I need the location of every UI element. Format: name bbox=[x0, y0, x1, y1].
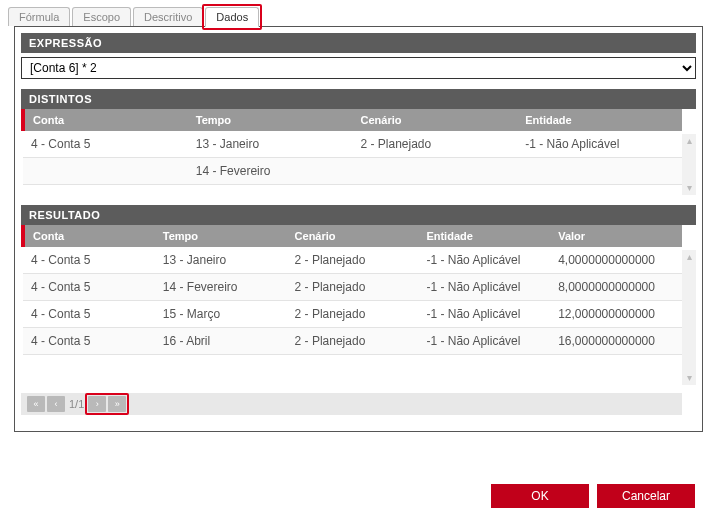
col-valor: Valor bbox=[550, 225, 682, 247]
cell: 2 - Planejado bbox=[287, 301, 419, 328]
scroll-down-icon[interactable]: ▾ bbox=[682, 181, 696, 195]
cell: 4 - Conta 5 bbox=[23, 274, 155, 301]
col-cenario: Cenário bbox=[287, 225, 419, 247]
tab-bar: Fórmula Escopo Descritivo Dados bbox=[0, 0, 717, 26]
cell: -1 - Não Aplicável bbox=[517, 131, 682, 158]
scroll-down-icon[interactable]: ▾ bbox=[682, 371, 696, 385]
cell bbox=[517, 158, 682, 185]
resultado-table: Conta Tempo Cenário Entidade Valor 4 - C… bbox=[21, 225, 682, 355]
cell: 13 - Janeiro bbox=[155, 247, 287, 274]
col-cenario: Cenário bbox=[353, 109, 518, 131]
cell: 16,000000000000 bbox=[550, 328, 682, 355]
pager-prev-button[interactable]: ‹ bbox=[47, 396, 65, 412]
cancel-button[interactable]: Cancelar bbox=[597, 484, 695, 508]
cell: 4 - Conta 5 bbox=[23, 301, 155, 328]
resultado-wrap: Conta Tempo Cenário Entidade Valor 4 - C… bbox=[21, 225, 696, 415]
footer: OK Cancelar bbox=[491, 484, 695, 508]
scroll-up-icon[interactable]: ▴ bbox=[682, 250, 696, 264]
tab-descritivo[interactable]: Descritivo bbox=[133, 7, 203, 26]
col-entidade: Entidade bbox=[418, 225, 550, 247]
col-conta: Conta bbox=[23, 109, 188, 131]
cell: 4,0000000000000 bbox=[550, 247, 682, 274]
distintos-table: Conta Tempo Cenário Entidade 4 - Conta 5… bbox=[21, 109, 682, 185]
cell: 8,0000000000000 bbox=[550, 274, 682, 301]
expressao-wrap: [Conta 6] * 2 bbox=[21, 57, 696, 79]
cell: -1 - Não Aplicável bbox=[418, 328, 550, 355]
distintos-scrollbar[interactable]: ▴ ▾ bbox=[682, 134, 696, 195]
col-tempo: Tempo bbox=[188, 109, 353, 131]
pager-first-button[interactable]: « bbox=[27, 396, 45, 412]
cell: -1 - Não Aplicável bbox=[418, 247, 550, 274]
col-conta: Conta bbox=[23, 225, 155, 247]
section-title-expressao: EXPRESSÃO bbox=[21, 33, 696, 53]
panel-dados: EXPRESSÃO [Conta 6] * 2 DISTINTOS Conta … bbox=[14, 26, 703, 432]
cell bbox=[23, 158, 188, 185]
cell: 15 - Março bbox=[155, 301, 287, 328]
cell: 2 - Planejado bbox=[287, 247, 419, 274]
section-title-resultado: RESULTADO bbox=[21, 205, 696, 225]
col-tempo: Tempo bbox=[155, 225, 287, 247]
cell: 16 - Abril bbox=[155, 328, 287, 355]
cell: 2 - Planejado bbox=[353, 131, 518, 158]
pager: « ‹ 1/1 › » bbox=[21, 393, 682, 415]
pager-info: 1/1 bbox=[69, 398, 84, 410]
pager-next-button[interactable]: › bbox=[88, 396, 106, 412]
cell: 13 - Janeiro bbox=[188, 131, 353, 158]
section-title-distintos: DISTINTOS bbox=[21, 89, 696, 109]
cell: -1 - Não Aplicável bbox=[418, 301, 550, 328]
distintos-wrap: Conta Tempo Cenário Entidade 4 - Conta 5… bbox=[21, 109, 696, 195]
tab-dados[interactable]: Dados bbox=[205, 7, 259, 27]
tab-escopo[interactable]: Escopo bbox=[72, 7, 131, 26]
cell: 2 - Planejado bbox=[287, 328, 419, 355]
cell: 4 - Conta 5 bbox=[23, 328, 155, 355]
cell: 2 - Planejado bbox=[287, 274, 419, 301]
scroll-up-icon[interactable]: ▴ bbox=[682, 134, 696, 148]
cell: 4 - Conta 5 bbox=[23, 131, 188, 158]
ok-button[interactable]: OK bbox=[491, 484, 589, 508]
resultado-scrollbar[interactable]: ▴ ▾ bbox=[682, 250, 696, 385]
cell: 12,000000000000 bbox=[550, 301, 682, 328]
cell bbox=[353, 158, 518, 185]
cell: -1 - Não Aplicável bbox=[418, 274, 550, 301]
cell: 14 - Fevereiro bbox=[155, 274, 287, 301]
col-entidade: Entidade bbox=[517, 109, 682, 131]
tab-formula[interactable]: Fórmula bbox=[8, 7, 70, 26]
pager-last-button[interactable]: » bbox=[108, 396, 126, 412]
cell: 14 - Fevereiro bbox=[188, 158, 353, 185]
cell: 4 - Conta 5 bbox=[23, 247, 155, 274]
expressao-select[interactable]: [Conta 6] * 2 bbox=[21, 57, 696, 79]
